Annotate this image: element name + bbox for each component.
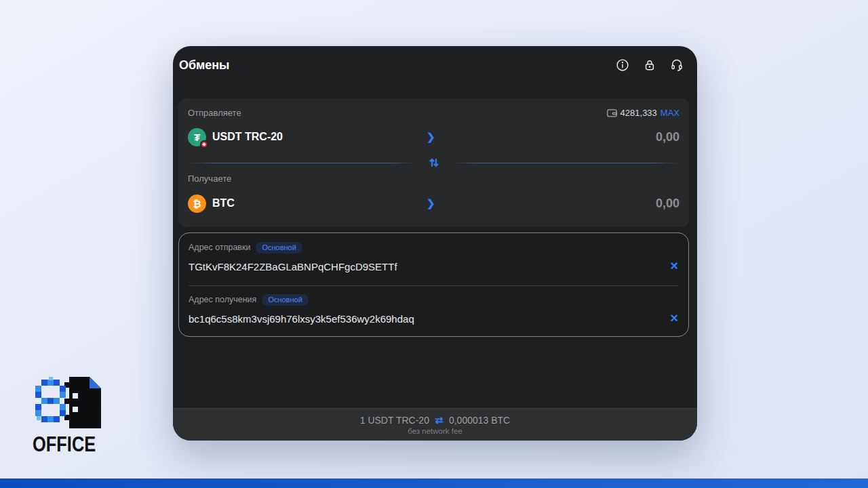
rate-footer: 1 USDT TRC-20 0,000013 BTC без network f…: [173, 408, 697, 441]
addresses-box: Адрес отправки Основной TGtKvF8K24F2ZBaG…: [178, 232, 689, 337]
to-address-clear-icon[interactable]: ✕: [670, 313, 679, 324]
amounts-panel: Отправляете 4281,333 MAX ₮ USDT TRC-20 ❯…: [178, 98, 689, 227]
receive-currency-name: BTC: [212, 197, 235, 209]
info-icon[interactable]: [615, 58, 630, 73]
divider-line: [188, 163, 418, 163]
from-address-label: Адрес отправки: [189, 243, 250, 252]
balance-max-button[interactable]: 4281,333 MAX: [607, 108, 679, 118]
fee-note: без network fee: [408, 427, 462, 435]
send-currency-row: ₮ USDT TRC-20 ❯ 0,00: [188, 126, 679, 148]
to-address-input[interactable]: bc1q6c5s8km3vsj69h76lxsy3k5ef536wy2k69hd…: [189, 313, 414, 325]
swap-direction-button[interactable]: [427, 157, 441, 169]
from-address-input[interactable]: TGtKvF8K24F2ZBaGLaBNPqCHFgcD9SETTf: [189, 261, 397, 272]
btc-coin-icon: ₿: [188, 195, 206, 213]
receive-label-row: Получаете: [188, 172, 679, 184]
header-icons: [615, 58, 684, 73]
brand-logo: OFFICE: [33, 377, 107, 457]
wallet-icon: [607, 108, 617, 117]
card-header: Обмены: [173, 46, 697, 79]
brand-logo-icon: [35, 377, 103, 428]
headset-icon[interactable]: [669, 58, 684, 73]
lock-icon[interactable]: [642, 58, 657, 73]
rate-from: 1 USDT TRC-20: [360, 415, 429, 426]
taskbar-strip: [0, 479, 868, 488]
send-label: Отправляете: [188, 108, 241, 118]
send-currency-chevron-icon[interactable]: ❯: [427, 131, 435, 143]
max-button[interactable]: MAX: [660, 108, 679, 118]
to-address-label: Адрес получения: [189, 295, 256, 304]
send-currency-name: USDT TRC-20: [212, 131, 283, 143]
exchange-card: Обмены Рыночный курс Отправляете: [173, 46, 697, 441]
send-label-row: Отправляете 4281,333 MAX: [188, 106, 679, 119]
receive-label: Получаете: [188, 174, 231, 184]
usdt-glyph: ₮: [194, 132, 200, 142]
btc-glyph: ₿: [193, 199, 201, 209]
page-title: Обмены: [179, 58, 229, 73]
balance-value: 4281,333: [620, 108, 657, 118]
usdt-coin-icon: ₮: [188, 128, 206, 146]
from-address-clear-icon[interactable]: ✕: [670, 261, 679, 272]
receive-currency-chevron-icon[interactable]: ❯: [427, 197, 435, 209]
receive-amount-input[interactable]: 0,00: [656, 197, 679, 211]
from-address-row: Адрес отправки Основной TGtKvF8K24F2ZBaG…: [189, 241, 679, 273]
rate-to: 0,000013 BTC: [449, 415, 510, 426]
address-divider: [189, 285, 679, 286]
receive-currency-row: ₿ BTC ❯ 0,00: [188, 192, 679, 214]
exchange-rate-line: 1 USDT TRC-20 0,000013 BTC: [360, 415, 510, 426]
brand-logo-text: OFFICE: [33, 432, 94, 457]
desktop-background: OFFICE Обмены Рыночный курс Отправляете: [0, 0, 868, 488]
from-address-badge: Основной: [256, 242, 302, 253]
divider-line: [450, 163, 680, 163]
exchange-arrows-icon: [434, 416, 444, 424]
to-address-badge: Основной: [262, 294, 308, 306]
tron-network-badge: [200, 140, 208, 148]
send-amount-input[interactable]: 0,00: [656, 130, 679, 144]
swap-divider: [188, 157, 679, 169]
to-address-row: Адрес получения Основной bc1q6c5s8km3vsj…: [189, 293, 679, 325]
